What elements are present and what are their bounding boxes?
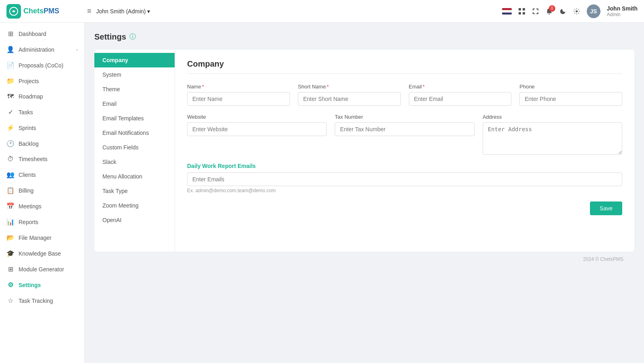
sidebar-label-billing: Billing — [19, 187, 33, 194]
sidebar-item-backlog[interactable]: 🕐 Backlog — [0, 136, 84, 151]
sidebar-label-tasks: Tasks — [19, 109, 33, 115]
tasks-icon: ✓ — [6, 108, 15, 116]
sidebar-label-projects: Projects — [19, 78, 39, 84]
user-name: John Smith — [607, 5, 638, 12]
module-generator-icon: ⊞ — [6, 265, 15, 273]
sidebar-item-dashboard[interactable]: ⊞ Dashboard — [0, 26, 84, 42]
sidebar-item-billing[interactable]: 📋 Billing — [0, 183, 84, 198]
sidebar-item-reports[interactable]: 📊 Reports — [0, 214, 84, 230]
settings-nav-zoom-meeting[interactable]: Zoom Meeting — [94, 198, 175, 213]
sidebar-item-settings[interactable]: ⚙ Settings — [0, 277, 84, 293]
sidebar: ⊞ Dashboard 👤 Administration › 📄 Proposa… — [0, 23, 85, 363]
settings-nav-task-type[interactable]: Task Type — [94, 184, 175, 198]
sidebar-item-sprints[interactable]: ⚡ Sprints — [0, 120, 84, 136]
settings-nav-menu-allocation[interactable]: Menu Allocation — [94, 169, 175, 184]
clients-icon: 👥 — [6, 171, 15, 178]
dark-mode-icon[interactable] — [559, 8, 567, 15]
settings-nav-email[interactable]: Email — [94, 97, 175, 111]
sidebar-label-knowledge-base: Knowledge Base — [19, 250, 61, 257]
phone-input[interactable] — [519, 92, 622, 106]
settings-nav-email-notifications[interactable]: Email Notifications — [94, 126, 175, 140]
notification-icon[interactable]: 0 — [546, 8, 553, 15]
sidebar-item-timesheets[interactable]: ⏱ Timesheets — [0, 151, 84, 167]
user-role: Admin — [607, 12, 638, 17]
email-field-group: Email* — [409, 84, 512, 106]
main-content: Settings ⓘ CompanySystemThemeEmailEmail … — [85, 23, 644, 363]
svg-point-5 — [575, 10, 577, 12]
sidebar-item-tasks[interactable]: ✓ Tasks — [0, 104, 84, 120]
user-info: John Smith Admin — [607, 5, 638, 17]
settings-nav-openai[interactable]: OpenAI — [94, 213, 175, 227]
fullscreen-icon[interactable] — [532, 8, 539, 15]
sidebar-label-file-manager: File Manager — [19, 235, 52, 241]
name-input[interactable] — [187, 92, 290, 106]
phone-field-group: Phone — [519, 84, 622, 106]
roadmap-icon: 🗺 — [6, 93, 15, 100]
daily-work-section: Daily Work Report Emails Ex. admin@demo.… — [187, 163, 622, 193]
name-field-group: Name* — [187, 84, 290, 106]
settings-nav-system[interactable]: System — [94, 67, 175, 82]
reports-icon: 📊 — [6, 218, 15, 226]
svg-rect-2 — [523, 8, 525, 10]
sidebar-item-knowledge-base[interactable]: 🎓 Knowledge Base — [0, 245, 84, 261]
billing-icon: 📋 — [6, 187, 15, 194]
svg-rect-1 — [519, 8, 521, 10]
navbar-actions: 0 JS John Smith Admin — [502, 4, 638, 18]
layout: ⊞ Dashboard 👤 Administration › 📄 Proposa… — [0, 23, 644, 363]
sidebar-label-roadmap: Roadmap — [19, 93, 43, 100]
dashboard-icon: ⊞ — [6, 30, 15, 38]
apps-icon[interactable] — [518, 8, 525, 15]
brand-logo — [6, 4, 21, 19]
sidebar-item-task-tracking[interactable]: ☆ Task Tracking — [0, 293, 84, 308]
settings-nav-email-templates[interactable]: Email Templates — [94, 111, 175, 126]
sidebar-label-clients: Clients — [19, 172, 36, 178]
sidebar-item-meetings[interactable]: 📅 Meetings — [0, 198, 84, 214]
sidebar-label-sprints: Sprints — [19, 125, 36, 131]
language-flag[interactable] — [502, 8, 512, 15]
menu-icon[interactable]: ≡ — [87, 7, 92, 15]
sidebar-item-administration[interactable]: 👤 Administration › — [0, 42, 84, 57]
sidebar-item-projects[interactable]: 📁 Projects — [0, 73, 84, 89]
address-label: Address — [483, 114, 622, 120]
sidebar-label-meetings: Meetings — [19, 203, 42, 210]
avatar[interactable]: JS — [587, 4, 600, 18]
tax-number-input[interactable] — [335, 122, 474, 136]
form-row-2: Website Tax Number Address — [187, 114, 622, 155]
chevron-down-icon: ▾ — [147, 8, 150, 15]
tax-number-field-group: Tax Number — [335, 114, 474, 155]
email-label: Email* — [409, 84, 512, 90]
brand-name: ChetsPMS — [23, 7, 59, 15]
settings-nav-company[interactable]: Company — [94, 53, 175, 67]
sidebar-item-file-manager[interactable]: 📂 File Manager — [0, 230, 84, 245]
settings-icon[interactable] — [573, 8, 580, 15]
short-name-field-group: Short Name* — [298, 84, 401, 106]
sidebar-label-backlog: Backlog — [19, 141, 39, 147]
email-input[interactable] — [409, 92, 512, 106]
sidebar-item-proposals[interactable]: 📄 Proposals (CoCo) — [0, 57, 84, 73]
settings-nav-slack[interactable]: Slack — [94, 155, 175, 169]
daily-work-emails-input[interactable] — [187, 172, 622, 186]
short-name-input[interactable] — [298, 92, 401, 106]
sidebar-label-module-generator: Module Generator — [19, 266, 64, 273]
name-label: Name* — [187, 84, 290, 90]
sidebar-item-roadmap[interactable]: 🗺 Roadmap — [0, 89, 84, 104]
navbar-user-dropdown[interactable]: John Smith (Admin) ▾ — [96, 8, 150, 15]
website-field-group: Website — [187, 114, 327, 155]
address-input[interactable] — [483, 122, 622, 155]
sidebar-item-module-generator[interactable]: ⊞ Module Generator — [0, 261, 84, 277]
daily-work-example: Ex. admin@demo.com,team@demo.com — [187, 188, 622, 193]
task-tracking-icon: ☆ — [6, 297, 15, 304]
website-input[interactable] — [187, 122, 327, 136]
meetings-icon: 📅 — [6, 202, 15, 210]
footer: 2024 © ChetsPMS. — [94, 252, 634, 267]
form-row-1: Name* Short Name* Email* — [187, 84, 622, 106]
settings-nav-custom-fields[interactable]: Custom Fields — [94, 140, 175, 155]
settings-nav-theme[interactable]: Theme — [94, 82, 175, 97]
sidebar-item-clients[interactable]: 👥 Clients — [0, 167, 84, 183]
sidebar-label-timesheets: Timesheets — [19, 156, 48, 162]
sidebar-label-proposals: Proposals (CoCo) — [19, 62, 63, 69]
navbar: ChetsPMS ≡ John Smith (Admin) ▾ 0 — [0, 0, 644, 23]
knowledge-base-icon: 🎓 — [6, 250, 15, 257]
save-button[interactable]: Save — [590, 201, 622, 215]
page-header: Settings ⓘ — [94, 32, 634, 42]
